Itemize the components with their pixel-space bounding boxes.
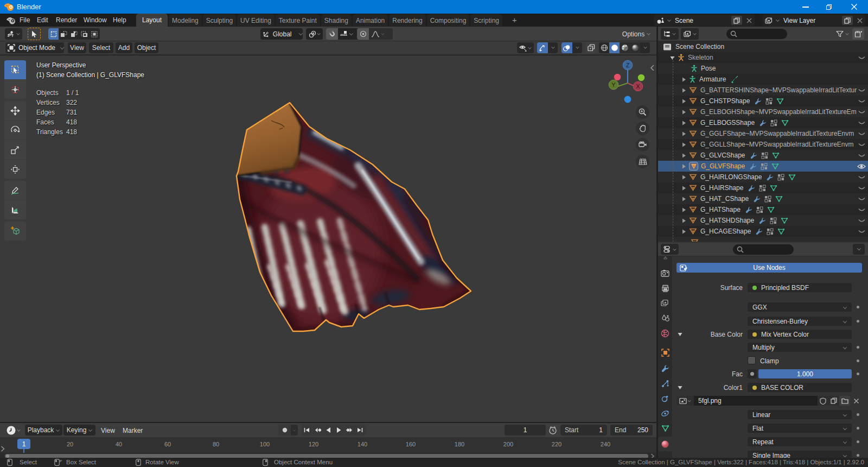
svg-text:Y: Y bbox=[611, 81, 616, 88]
svg-text:X: X bbox=[636, 83, 640, 90]
svg-text:Z: Z bbox=[626, 62, 630, 68]
